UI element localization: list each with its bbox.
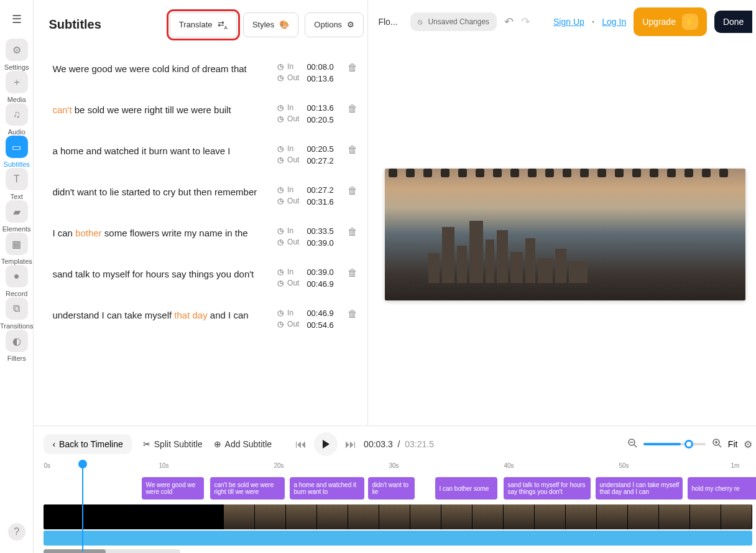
time-out[interactable]: 00:20.5	[307, 115, 340, 124]
subtitle-clip[interactable]: understand I can take myself that day an…	[596, 477, 683, 500]
subtitle-track[interactable]: We were good we were coldcan't be sold w…	[44, 477, 752, 502]
subtitle-text[interactable]: We were good we were cold kind of dream …	[52, 62, 270, 75]
time-in[interactable]: 00:08.0	[307, 62, 340, 72]
clock-icon: ◷	[277, 156, 284, 164]
sidebar-item-subtitles[interactable]: ▭Subtitles	[0, 136, 33, 168]
upgrade-button[interactable]: Upgrade⚡	[634, 7, 707, 36]
time-out[interactable]: 00:27.2	[307, 156, 340, 165]
sidebar-item-audio[interactable]: ♫Audio	[0, 103, 33, 136]
time-in[interactable]: 00:20.5	[307, 144, 340, 154]
video-preview[interactable]	[385, 169, 745, 300]
zoom-out-button[interactable]	[627, 438, 637, 451]
playhead[interactable]	[82, 465, 83, 552]
back-to-timeline-button[interactable]: ‹Back to Timeline	[44, 434, 131, 454]
subtitle-row[interactable]: didn't want to lie started to cry but th…	[48, 175, 361, 216]
chevron-left-icon: ‹	[52, 439, 55, 449]
clock-icon: ◷	[277, 73, 284, 82]
time-out[interactable]: 00:31.6	[307, 197, 340, 207]
subtitle-clip[interactable]: I can bother some	[435, 477, 497, 500]
preview-panel: Flo... ⦸ Unsaved Changes ↶ ↷ Sign Up · L…	[368, 0, 756, 425]
timeline-scrollbar[interactable]	[44, 549, 180, 553]
time-in[interactable]: 00:46.9	[307, 309, 340, 318]
subtitle-row[interactable]: understand I can take myself that day an…	[48, 299, 361, 340]
video-track[interactable]	[44, 504, 752, 529]
sidebar-item-transitions[interactable]: ⧉Transitions	[0, 297, 33, 330]
subtitle-text[interactable]: can't be sold we were right till we were…	[52, 103, 270, 116]
delete-button[interactable]: 🗑	[348, 267, 357, 279]
time-in[interactable]: 00:27.2	[307, 185, 340, 195]
subtitle-text[interactable]: understand I can take myself that day an…	[52, 309, 270, 322]
time-out[interactable]: 00:13.6	[307, 74, 340, 83]
time-display: 00:03.3 / 03:21.5	[364, 439, 434, 449]
subtitle-clip[interactable]: didn't want to lie	[368, 477, 415, 500]
shape-icon: ▰	[6, 200, 28, 223]
subtitle-clip[interactable]: can't be sold we were right till we were	[210, 477, 285, 500]
play-button[interactable]	[314, 432, 338, 456]
sidebar-item-settings[interactable]: ⚙Settings	[0, 39, 33, 71]
subtitle-text[interactable]: I can bother some flowers write my name …	[52, 226, 270, 239]
clock-icon: ◷	[277, 62, 284, 71]
note-icon: ♫	[6, 103, 28, 126]
help-icon[interactable]: ?	[8, 523, 25, 541]
sidebar-item-filters[interactable]: ◐Filters	[0, 330, 33, 362]
timeline-settings-button[interactable]: ⚙	[744, 439, 752, 450]
time-out[interactable]: 00:46.9	[307, 279, 340, 289]
delete-button[interactable]: 🗑	[348, 103, 357, 114]
subtitle-row[interactable]: We were good we were cold kind of dream …	[48, 52, 361, 93]
time-in[interactable]: 00:13.6	[307, 103, 340, 113]
sidebar-item-templates[interactable]: ▦Templates	[0, 233, 33, 265]
audio-track[interactable]	[44, 531, 752, 546]
circle-icon: ●	[6, 265, 28, 287]
signup-link[interactable]: Sign Up	[553, 17, 584, 27]
add-subtitle-button[interactable]: ⊕Add Subtitle	[214, 439, 272, 449]
login-link[interactable]: Log In	[602, 17, 626, 27]
time-in[interactable]: 00:33.5	[307, 226, 340, 236]
clock-icon: ◷	[277, 309, 284, 317]
zoom-in-button[interactable]	[712, 438, 722, 451]
subtitles-panel: Subtitles Translate⇄A Styles🎨 Options⚙ W…	[34, 0, 368, 425]
subtitle-clip[interactable]: We were good we were cold	[142, 477, 204, 500]
subtitle-text[interactable]: a home and watched it burn want to leave…	[52, 144, 270, 157]
sidebar-item-media[interactable]: ＋Media	[0, 71, 33, 103]
time-out[interactable]: 00:54.6	[307, 320, 340, 330]
subtitle-row[interactable]: I can bother some flowers write my name …	[48, 216, 361, 258]
clock-icon: ◷	[277, 144, 284, 153]
sidebar-item-text[interactable]: TText	[0, 168, 33, 200]
subtitle-text[interactable]: didn't want to lie started to cry but th…	[52, 185, 270, 198]
project-name[interactable]: Flo...	[378, 17, 403, 27]
delete-button[interactable]: 🗑	[348, 309, 357, 320]
sidebar-item-record[interactable]: ●Record	[0, 265, 33, 297]
delete-button[interactable]: 🗑	[348, 62, 357, 73]
delete-button[interactable]: 🗑	[348, 144, 357, 156]
menu-toggle[interactable]: ☰	[12, 12, 22, 26]
undo-button[interactable]: ↶	[504, 15, 514, 29]
translate-button[interactable]: Translate⇄A	[170, 12, 237, 37]
subtitle-clip[interactable]: hold my cherry re	[688, 477, 756, 500]
redo-button[interactable]: ↷	[521, 15, 530, 29]
translate-icon: ⇄A	[218, 19, 228, 30]
subtitle-clip[interactable]: sand talk to myself for hours say things…	[504, 477, 591, 500]
zoom-slider[interactable]	[643, 443, 706, 445]
subtitle-clip[interactable]: a home and watched it burn want to	[290, 477, 364, 500]
clock-icon: ◷	[277, 197, 284, 205]
timeline-ruler[interactable]: 0s10s20s30s40s50s1m	[44, 462, 752, 475]
time-out[interactable]: 00:39.0	[307, 238, 340, 248]
time-in[interactable]: 00:39.0	[307, 267, 340, 277]
sidebar-item-elements[interactable]: ▰Elements	[0, 200, 33, 233]
split-subtitle-button[interactable]: ✂Split Subtitle	[143, 439, 203, 449]
rewind-button[interactable]: ⏮	[295, 438, 307, 451]
palette-icon: 🎨	[279, 20, 289, 29]
delete-button[interactable]: 🗑	[348, 185, 357, 197]
subtitle-row[interactable]: sand talk to myself for hours say things…	[48, 258, 361, 299]
subtitle-row[interactable]: can't be sold we were right till we were…	[48, 93, 361, 134]
subtitle-text[interactable]: sand talk to myself for hours say things…	[52, 267, 270, 281]
fit-button[interactable]: Fit	[728, 439, 738, 449]
options-button[interactable]: Options⚙	[305, 12, 364, 37]
forward-button[interactable]: ⏭	[345, 438, 356, 451]
styles-button[interactable]: Styles🎨	[243, 12, 298, 37]
unsaved-badge: ⦸ Unsaved Changes	[410, 12, 497, 31]
delete-button[interactable]: 🗑	[348, 226, 357, 238]
done-button[interactable]: Done	[714, 11, 752, 33]
subtitle-row[interactable]: a home and watched it burn want to leave…	[48, 134, 361, 175]
T-icon: T	[6, 168, 28, 190]
